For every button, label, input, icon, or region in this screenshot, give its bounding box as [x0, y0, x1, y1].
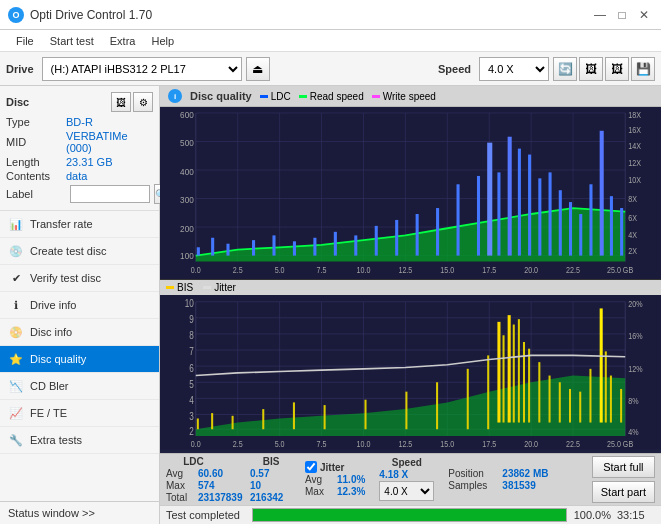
write-speed-legend-color: [372, 95, 380, 98]
ldc-total-value: 23137839: [198, 492, 246, 503]
jitter-stats: Jitter Avg 11.0% Max 12.3%: [305, 461, 365, 497]
svg-rect-39: [538, 178, 541, 255]
svg-rect-114: [538, 362, 540, 422]
jitter-checkbox[interactable]: [305, 461, 317, 473]
nav-item-disc-quality[interactable]: ⭐ Disc quality: [0, 346, 159, 373]
svg-text:25.0 GB: 25.0 GB: [607, 438, 634, 449]
disc-label-input[interactable]: [70, 185, 150, 203]
toolbar-action-buttons: 🔄 🖼 🖼 💾: [553, 57, 655, 81]
svg-rect-101: [324, 405, 326, 429]
menu-file[interactable]: File: [8, 33, 42, 49]
svg-text:17.5: 17.5: [482, 438, 496, 449]
svg-rect-106: [487, 356, 489, 430]
disc-icon-btn-2[interactable]: ⚙: [133, 92, 153, 112]
menu-start-test[interactable]: Start test: [42, 33, 102, 49]
svg-text:12.5: 12.5: [398, 438, 412, 449]
nav-item-drive-info[interactable]: ℹ Drive info: [0, 292, 159, 319]
toolbar-btn-2[interactable]: 🖼: [579, 57, 603, 81]
title-bar-left: O Opti Drive Control 1.70: [8, 7, 152, 23]
menu-extra[interactable]: Extra: [102, 33, 144, 49]
disc-section: Disc 🖼 ⚙ Type BD-R MID VERBATIMe (000) L…: [0, 86, 159, 211]
position-stats: Position 23862 MB Samples 381539: [448, 468, 548, 491]
menu-help[interactable]: Help: [143, 33, 182, 49]
toolbar-btn-save[interactable]: 💾: [631, 57, 655, 81]
svg-rect-26: [334, 232, 337, 256]
create-test-disc-icon: 💿: [8, 243, 24, 259]
avg-label: Avg: [166, 468, 194, 479]
nav-item-disc-info[interactable]: 📀 Disc info: [0, 319, 159, 346]
status-window-button[interactable]: Status window >>: [0, 501, 159, 524]
disc-icon-btn-1[interactable]: 🖼: [111, 92, 131, 112]
svg-rect-123: [620, 389, 622, 423]
jitter-avg-row: Avg 11.0%: [305, 474, 365, 485]
menu-bar: File Start test Extra Help: [0, 30, 661, 52]
jitter-legend: Jitter: [203, 282, 236, 293]
nav-item-extra-tests[interactable]: 🔧 Extra tests: [0, 427, 159, 454]
svg-rect-120: [600, 309, 603, 423]
samples-row: Samples 381539: [448, 480, 548, 491]
start-full-button[interactable]: Start full: [592, 456, 655, 478]
right-panel: i Disc quality LDC Read speed Write spee…: [160, 86, 661, 524]
svg-rect-27: [354, 235, 357, 255]
speed-dropdown[interactable]: 4.0 X: [479, 57, 549, 81]
title-bar-controls: — □ ✕: [591, 6, 653, 24]
svg-rect-31: [436, 208, 439, 256]
svg-rect-121: [605, 352, 607, 423]
chart-legend: LDC Read speed Write speed: [260, 91, 436, 102]
svg-text:4: 4: [189, 394, 194, 406]
svg-rect-44: [589, 184, 592, 255]
disc-header-label: Disc: [6, 96, 29, 108]
bis-legend: BIS: [166, 282, 193, 293]
svg-text:2.5: 2.5: [233, 438, 243, 449]
disc-quality-icon: ⭐: [8, 351, 24, 367]
nav-item-fe-te[interactable]: 📈 FE / TE: [0, 400, 159, 427]
svg-rect-46: [610, 196, 613, 255]
max-label: Max: [166, 480, 194, 491]
disc-mid-row: MID VERBATIMe (000): [6, 130, 153, 154]
jitter-max-value: 12.3%: [337, 486, 365, 497]
nav-label-fe-te: FE / TE: [30, 407, 67, 419]
nav-item-cd-bler[interactable]: 📉 CD Bler: [0, 373, 159, 400]
svg-rect-43: [579, 214, 582, 256]
nav-label-extra-tests: Extra tests: [30, 434, 82, 446]
nav-label-disc-quality: Disc quality: [30, 353, 86, 365]
minimize-button[interactable]: —: [591, 6, 609, 24]
jitter-legend-color: [203, 286, 211, 289]
nav-item-transfer-rate[interactable]: 📊 Transfer rate: [0, 211, 159, 238]
position-label: Position: [448, 468, 498, 479]
lower-chart-legend: BIS Jitter: [160, 280, 661, 295]
toolbar-btn-1[interactable]: 🔄: [553, 57, 577, 81]
jitter-max-row: Max 12.3%: [305, 486, 365, 497]
drive-dropdown[interactable]: (H:) ATAPI iHBS312 2 PL17: [42, 57, 242, 81]
close-button[interactable]: ✕: [635, 6, 653, 24]
svg-text:16X: 16X: [628, 126, 641, 136]
status-window-label: Status window >>: [8, 507, 95, 519]
start-part-button[interactable]: Start part: [592, 481, 655, 503]
disc-type-label: Type: [6, 116, 66, 128]
speed-stats-value: 4.18 X: [379, 469, 434, 480]
svg-rect-47: [620, 208, 623, 256]
jitter-header-row: Jitter: [305, 461, 365, 473]
svg-text:16%: 16%: [628, 331, 643, 342]
maximize-button[interactable]: □: [613, 6, 631, 24]
progress-bar-container: [252, 508, 567, 522]
speed-stats-dropdown[interactable]: 4.0 X: [379, 481, 434, 501]
svg-text:20.0: 20.0: [524, 266, 538, 276]
action-buttons: Start full Start part: [592, 456, 655, 503]
svg-rect-23: [272, 235, 275, 255]
eject-button[interactable]: ⏏: [246, 57, 270, 81]
speed-stats: Speed 4.18 X 4.0 X: [379, 457, 434, 501]
toolbar-btn-3[interactable]: 🖼: [605, 57, 629, 81]
nav-item-verify-test-disc[interactable]: ✔ Verify test disc: [0, 265, 159, 292]
svg-text:300: 300: [180, 195, 194, 206]
nav-item-create-test-disc[interactable]: 💿 Create test disc: [0, 238, 159, 265]
disc-length-row: Length 23.31 GB: [6, 156, 153, 168]
disc-mid-label: MID: [6, 136, 66, 148]
nav-label-verify-test-disc: Verify test disc: [30, 272, 101, 284]
jitter-header: Jitter: [320, 462, 344, 473]
svg-text:10.0: 10.0: [357, 266, 371, 276]
svg-text:7.5: 7.5: [317, 438, 327, 449]
svg-rect-111: [518, 320, 520, 423]
disc-contents-label: Contents: [6, 170, 66, 182]
bottom-stats: LDC BIS Avg 60.60 0.57 Max 574 10 Tota: [160, 453, 661, 505]
